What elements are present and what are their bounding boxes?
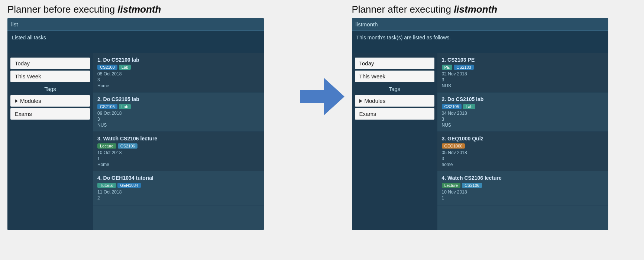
- triangle-icon-after: [359, 99, 362, 103]
- after-thisweek-button[interactable]: This Week: [355, 71, 434, 82]
- after-tags-label: Tags: [352, 84, 437, 94]
- task-priority: 3: [442, 117, 604, 122]
- after-today-button[interactable]: Today: [355, 58, 434, 69]
- after-response-bar: This month's task(s) are listed as follo…: [352, 31, 608, 53]
- after-command-bar: listmonth: [352, 18, 608, 31]
- before-command-text: list: [11, 21, 18, 27]
- task-item: 4. Do GEH1034 tutorialTutorialGEH103411 …: [93, 171, 264, 205]
- before-tags-label: Tags: [7, 84, 93, 94]
- task-priority: 3: [97, 77, 259, 82]
- before-response-text: Listed all tasks: [12, 35, 46, 40]
- task-date: 11 Oct 2018: [97, 189, 259, 195]
- before-modules-button[interactable]: Modules: [10, 95, 90, 107]
- task-title: 3. GEQ1000 Quiz: [442, 136, 604, 142]
- before-response-bar: Listed all tasks: [7, 31, 264, 53]
- before-today-button[interactable]: Today: [10, 58, 90, 69]
- task-tag: CS2106: [118, 143, 138, 149]
- task-tag: Lab: [463, 104, 475, 109]
- task-title: 2. Do CS2105 lab: [97, 96, 259, 102]
- task-tag: CS2106: [462, 183, 482, 188]
- task-tags: LectureCS2106: [97, 143, 259, 149]
- task-tags: TutorialGEH1034: [97, 183, 259, 188]
- task-title: 2. Do CS2105 lab: [442, 96, 604, 102]
- task-priority: 1: [442, 195, 604, 201]
- task-title: 4. Watch CS2106 lecture: [442, 175, 604, 181]
- task-tags: LectureCS2106: [442, 183, 604, 188]
- task-tags: CS2100Lab: [97, 65, 259, 70]
- task-priority: 3: [97, 117, 259, 122]
- after-sidebar: Today This Week Tags Modules Exams: [352, 53, 437, 230]
- task-priority: 3: [442, 156, 604, 161]
- task-tags: CS2105Lab: [442, 104, 604, 109]
- task-tag: CS2100: [97, 65, 117, 70]
- task-title: 3. Watch CS2106 lecture: [97, 136, 259, 142]
- task-tag: Lab: [119, 65, 131, 70]
- task-item: 4. Watch CS2106 lectureLectureCS210610 N…: [437, 171, 608, 205]
- before-main-area: Today This Week Tags Modules Exams: [7, 53, 264, 230]
- task-priority: 3: [442, 77, 604, 82]
- task-tags: PECS2103: [442, 65, 604, 70]
- task-tag: CS2105: [442, 104, 462, 109]
- task-tag: CS2105: [97, 104, 117, 109]
- arrow-container: [292, 78, 352, 115]
- before-planner: list Listed all tasks Today This Week Ta…: [7, 18, 264, 230]
- task-tag: Lecture: [97, 143, 116, 149]
- task-date: 10 Oct 2018: [97, 150, 259, 155]
- task-tag: CS2103: [454, 65, 474, 70]
- task-tag: GEH1034: [117, 183, 140, 188]
- task-title: 4. Do GEH1034 tutorial: [97, 175, 259, 181]
- before-task-list[interactable]: 1. Do CS2100 labCS2100Lab08 Oct 20183Hom…: [93, 53, 264, 230]
- after-command-text: listmonth: [356, 21, 378, 27]
- task-priority: 2: [97, 195, 259, 201]
- task-date: 10 Nov 2018: [442, 189, 604, 195]
- task-tags: CS2105Lab: [97, 104, 259, 109]
- after-response-text: This month's task(s) are listed as follo…: [356, 35, 451, 40]
- after-heading: Planner after executing listmonth: [352, 4, 637, 15]
- after-exams-button[interactable]: Exams: [355, 108, 434, 120]
- before-heading: Planner before executing listmonth: [7, 4, 292, 15]
- after-planner: listmonth This month's task(s) are liste…: [352, 18, 608, 230]
- before-sidebar: Today This Week Tags Modules Exams: [7, 53, 93, 230]
- task-tag: PE: [442, 65, 453, 70]
- after-task-list[interactable]: 1. CS2103 PEPECS210302 Nov 20183NUS2. Do…: [437, 53, 608, 230]
- task-item: 3. Watch CS2106 lectureLectureCS210610 O…: [93, 132, 264, 171]
- task-tags: GEQ1000: [442, 143, 604, 149]
- task-title: 1. Do CS2100 lab: [97, 57, 259, 63]
- task-date: 08 Oct 2018: [97, 71, 259, 77]
- before-thisweek-button[interactable]: This Week: [10, 71, 90, 82]
- task-tag: Lecture: [442, 183, 461, 188]
- after-main-area: Today This Week Tags Modules Exams: [352, 53, 608, 230]
- task-location: NUS: [442, 123, 604, 128]
- task-date: 04 Nov 2018: [442, 111, 604, 116]
- task-date: 05 Nov 2018: [442, 150, 604, 155]
- task-location: home: [442, 162, 604, 167]
- task-location: NUS: [442, 83, 604, 88]
- task-item: 2. Do CS2105 labCS2105Lab09 Oct 20183NUS: [93, 92, 264, 132]
- task-location: Home: [97, 83, 259, 88]
- task-date: 09 Oct 2018: [97, 111, 259, 116]
- before-command-bar: list: [7, 18, 264, 31]
- task-date: 02 Nov 2018: [442, 71, 604, 77]
- after-modules-button[interactable]: Modules: [355, 95, 434, 107]
- task-item: 1. Do CS2100 labCS2100Lab08 Oct 20183Hom…: [93, 53, 264, 92]
- before-exams-button[interactable]: Exams: [10, 108, 90, 120]
- task-item: 3. GEQ1000 QuizGEQ100005 Nov 20183home: [437, 132, 608, 171]
- task-location: Home: [97, 162, 259, 167]
- task-tag: Lab: [119, 104, 131, 109]
- task-tag: Tutorial: [97, 183, 116, 188]
- task-item: 1. CS2103 PEPECS210302 Nov 20183NUS: [437, 53, 608, 92]
- triangle-icon: [15, 99, 18, 103]
- task-location: NUS: [97, 123, 259, 128]
- task-tag: GEQ1000: [442, 143, 465, 149]
- task-priority: 1: [97, 156, 259, 161]
- task-item: 2. Do CS2105 labCS2105Lab04 Nov 20183NUS: [437, 92, 608, 132]
- task-title: 1. CS2103 PE: [442, 57, 604, 63]
